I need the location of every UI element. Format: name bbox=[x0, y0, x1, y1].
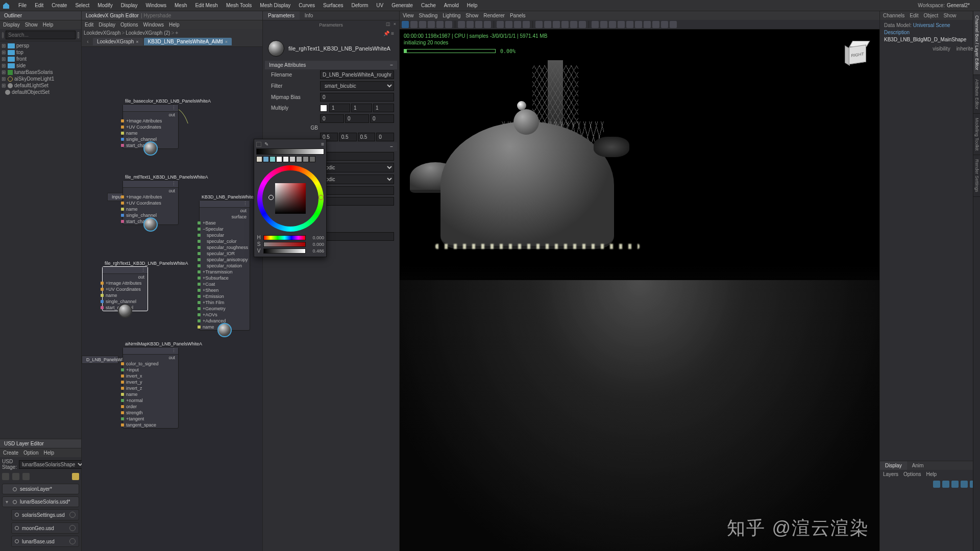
menu-curves[interactable]: Curves bbox=[295, 3, 319, 8]
tool-icon[interactable] bbox=[644, 21, 651, 28]
vp-menu-panels[interactable]: Panels bbox=[510, 13, 526, 18]
layer-moongeo[interactable]: moonGeo.usd bbox=[11, 522, 79, 534]
sidetab-channelbox[interactable]: Channel Box / Layer Editor bbox=[973, 11, 980, 75]
layer-solaris-settings[interactable]: solarisSettings.usd bbox=[11, 509, 79, 520]
tool-icon[interactable] bbox=[579, 21, 586, 28]
outliner-search-input[interactable] bbox=[6, 31, 76, 39]
node-menu-icon[interactable]: ⋮ bbox=[172, 181, 176, 186]
shape-name[interactable]: KB3D_LNB_BldgMD_D_MainShape bbox=[884, 36, 976, 43]
tool-icon[interactable] bbox=[505, 21, 512, 28]
menu-file[interactable]: File bbox=[14, 3, 31, 8]
graph-menu-display[interactable]: Display bbox=[99, 22, 115, 28]
sidetab-modeling-toolkit[interactable]: Modeling Toolkit bbox=[973, 114, 980, 155]
select-wrap-s[interactable]: iodic bbox=[320, 163, 394, 172]
tool-icon[interactable] bbox=[618, 21, 625, 28]
menu-uv[interactable]: UV bbox=[372, 3, 387, 8]
sidetab-render-settings[interactable]: Render Settings bbox=[973, 155, 980, 197]
vp-menu-shading[interactable]: Shading bbox=[419, 13, 438, 18]
tool-icon[interactable] bbox=[523, 21, 530, 28]
sub-layers[interactable]: Layers bbox=[883, 471, 898, 477]
tool-icon[interactable] bbox=[484, 21, 491, 28]
tool-icon[interactable] bbox=[467, 21, 474, 28]
collapse-icon[interactable]: − bbox=[390, 62, 393, 68]
filter-icon[interactable] bbox=[78, 32, 79, 38]
close-icon[interactable]: × bbox=[136, 39, 138, 44]
menu-help[interactable]: Help bbox=[463, 3, 482, 8]
menu-modify[interactable]: Modify bbox=[93, 3, 116, 8]
node-menu-icon[interactable]: ⋮ bbox=[243, 201, 248, 206]
outliner-menu-help[interactable]: Help bbox=[43, 22, 54, 28]
menu-generate[interactable]: Generate bbox=[387, 3, 417, 8]
input-multiply-b[interactable] bbox=[373, 104, 394, 112]
input-name[interactable] bbox=[320, 232, 394, 241]
color-square[interactable] bbox=[275, 183, 306, 214]
outliner-item-skydome[interactable]: aiSkyDomeLight1 bbox=[14, 76, 54, 82]
usd-load-icon[interactable] bbox=[12, 473, 19, 480]
layer-session[interactable]: sessionLayer* bbox=[2, 484, 79, 494]
vp-menu-renderer[interactable]: Renderer bbox=[483, 13, 505, 18]
menu-mesh[interactable]: Mesh bbox=[170, 3, 191, 8]
popout-icon[interactable]: ◫ bbox=[386, 21, 390, 27]
swatch[interactable] bbox=[256, 156, 262, 162]
menu-arnold[interactable]: Arnold bbox=[440, 3, 463, 8]
layer-icon[interactable] bbox=[951, 481, 959, 488]
tab-lookdevx[interactable]: LookdevXGraph× bbox=[93, 38, 143, 45]
port-surface[interactable]: surface bbox=[231, 214, 247, 219]
tool-icon[interactable] bbox=[445, 21, 452, 28]
sub-options[interactable]: Options bbox=[903, 471, 921, 477]
breadcrumb-add[interactable]: + bbox=[175, 30, 178, 36]
input-mipmap[interactable] bbox=[320, 93, 394, 102]
swatch[interactable] bbox=[309, 156, 315, 162]
tab-info[interactable]: Info bbox=[300, 11, 318, 20]
node-file-mtl[interactable]: file_mtlText1_KB3D_LNB_PanelsWhiteA ⋮ ou… bbox=[122, 180, 179, 225]
input-scaleu[interactable] bbox=[320, 186, 394, 195]
close-icon[interactable]: × bbox=[394, 21, 396, 27]
menu-deform[interactable]: Deform bbox=[348, 3, 373, 8]
tool-icon[interactable] bbox=[410, 21, 418, 28]
input-offset-g[interactable] bbox=[345, 114, 369, 123]
breadcrumb-2[interactable]: LookdevXGraph (2) bbox=[126, 30, 170, 36]
input-zero[interactable] bbox=[320, 152, 394, 161]
menu-meshdisplay[interactable]: Mesh Display bbox=[256, 3, 295, 8]
menu-display[interactable]: Display bbox=[117, 3, 142, 8]
tool-icon[interactable] bbox=[436, 21, 444, 28]
tab-anim[interactable]: Anim bbox=[907, 461, 929, 470]
sat-slider[interactable] bbox=[263, 242, 306, 247]
input-filename[interactable] bbox=[320, 70, 394, 79]
r-menu-edit[interactable]: Edit bbox=[910, 13, 918, 18]
tool-icon[interactable] bbox=[544, 21, 551, 28]
tool-icon[interactable] bbox=[561, 21, 569, 28]
tool-icon[interactable] bbox=[592, 21, 599, 28]
usd-menu-help[interactable]: Help bbox=[43, 450, 54, 456]
breadcrumb-1[interactable]: LookdevXGraph bbox=[84, 30, 120, 36]
menu-select[interactable]: Select bbox=[71, 3, 93, 8]
hue-slider[interactable] bbox=[263, 235, 306, 240]
workspace-value[interactable]: General2* bbox=[947, 3, 970, 8]
render-view[interactable]: 00:00:00 1198x1987 | CPU | samples -3/0/… bbox=[400, 30, 879, 551]
menu-create[interactable]: Create bbox=[47, 3, 71, 8]
node-file-basecolor[interactable]: file_basecolor_KB3D_LNB_PanelsWhiteA ⋮ o… bbox=[122, 104, 179, 149]
tool-icon[interactable] bbox=[570, 21, 577, 28]
tab-panelswhite[interactable]: KB3D_LNB_PanelsWhiteA_AiMtl× bbox=[144, 38, 232, 45]
r-menu-object[interactable]: Object bbox=[924, 13, 939, 18]
port-out[interactable]: out bbox=[168, 112, 175, 117]
tab-parameters[interactable]: Parameters bbox=[263, 11, 300, 20]
tool-icon[interactable] bbox=[652, 21, 659, 28]
eyedropper-icon[interactable]: ✎ bbox=[264, 141, 268, 147]
input-scalev[interactable] bbox=[320, 197, 394, 206]
pin-icon[interactable]: 📌 bbox=[383, 31, 389, 36]
graph-menu-edit[interactable]: Edit bbox=[85, 22, 93, 28]
menu-meshtools[interactable]: Mesh Tools bbox=[222, 3, 256, 8]
tool-icon[interactable] bbox=[458, 21, 465, 28]
node-menu-icon[interactable]: ⋮ bbox=[141, 267, 145, 272]
cp-gradient[interactable] bbox=[256, 148, 324, 155]
graph-menu-options[interactable]: Options bbox=[120, 22, 138, 28]
input-multiply-g[interactable] bbox=[351, 104, 372, 112]
graph-menu-windows[interactable]: Windows bbox=[143, 22, 164, 28]
tool-icon[interactable] bbox=[670, 21, 677, 28]
port-out[interactable]: out bbox=[168, 355, 175, 360]
tool-icon[interactable] bbox=[475, 21, 482, 28]
outliner-item-objectset[interactable]: defaultObjectSet bbox=[12, 89, 50, 95]
node-menu-icon[interactable]: ⋮ bbox=[172, 348, 176, 353]
color-picker-popup[interactable]: ✎ ≡ H0.000 S0.000 V0.486 bbox=[254, 139, 327, 257]
